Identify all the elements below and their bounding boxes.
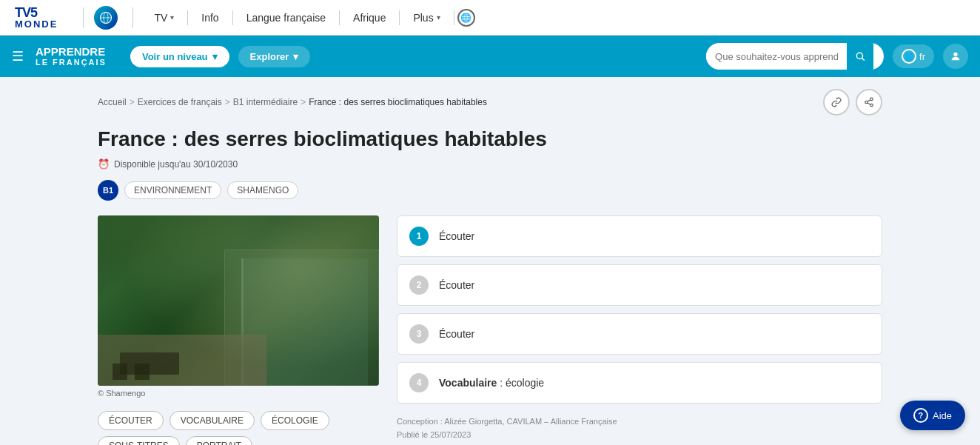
- breadcrumb-b1[interactable]: B1 intermédiaire: [233, 97, 298, 107]
- exercise-item-4[interactable]: 4 Vocabulaire : écologie: [397, 362, 882, 404]
- exercise-label-2: Écouter: [439, 279, 474, 291]
- meta-info: Conception : Alizée Giorgetta, CAVILAM –…: [397, 415, 882, 441]
- search-button[interactable]: [847, 43, 873, 70]
- nav-divider-1: [83, 7, 84, 28]
- chevron-down-icon: ▾: [170, 13, 174, 21]
- tv5monde-logo[interactable]: TV5 MONDE: [15, 6, 58, 29]
- availability-info: ⏰ Disponible jusqu'au 30/10/2030: [98, 158, 882, 170]
- right-column: 1 Écouter 2 Écouter 3 Écouter 4 Voca: [397, 215, 882, 445]
- svg-line-10: [867, 100, 870, 101]
- logo-text: TV5 MONDE: [15, 6, 58, 29]
- chevron-down-icon-3: ▾: [212, 51, 218, 62]
- svg-point-3: [856, 53, 862, 58]
- aide-button[interactable]: ? Aide: [900, 401, 965, 430]
- aide-icon: ?: [913, 408, 928, 423]
- globe-language-icon[interactable]: 🌐: [457, 9, 475, 27]
- article-tags: B1 ENVIRONNEMENT SHAMENGO: [98, 180, 882, 201]
- nav-divider-5: [339, 10, 340, 25]
- nav-divider-2: [132, 7, 133, 28]
- share-button[interactable]: [856, 89, 882, 116]
- apprendre-logo[interactable]: APPRENDRE LE FRANÇAIS: [36, 46, 107, 67]
- breadcrumb-exercices[interactable]: Exercices de français: [138, 97, 222, 107]
- tag-environnement[interactable]: ENVIRONNEMENT: [124, 181, 221, 199]
- exercise-label-1: Écouter: [439, 230, 474, 242]
- image-caption: © Shamengo: [98, 389, 379, 398]
- keyword-sous-titres[interactable]: SOUS-TITRES: [98, 436, 180, 445]
- left-column: © Shamengo ÉCOUTER VOCABULAIRE ÉCOLOGIE …: [98, 215, 379, 445]
- exercise-num-3: 3: [409, 324, 429, 344]
- explorer-button[interactable]: Explorer ▾: [238, 46, 311, 67]
- breadcrumb-separator-2: >: [225, 97, 230, 107]
- image-overlay: [98, 215, 379, 386]
- keyword-tags: ÉCOUTER VOCABULAIRE ÉCOLOGIE SOUS-TITRES…: [98, 411, 379, 445]
- search-input[interactable]: [706, 51, 847, 62]
- copy-link-button[interactable]: [823, 89, 850, 116]
- exercise-num-2: 2: [409, 275, 429, 295]
- blue-navigation: ☰ APPRENDRE LE FRANÇAIS Voir un niveau ▾…: [0, 36, 980, 77]
- breadcrumb-separator-3: >: [301, 97, 306, 107]
- breadcrumb: Accueil > Exercices de français > B1 int…: [98, 97, 487, 107]
- keyword-ecologie[interactable]: ÉCOLOGIE: [261, 411, 329, 430]
- nav-afrique[interactable]: Afrique: [343, 0, 396, 36]
- nav-divider-3: [187, 10, 188, 25]
- keyword-ecouter[interactable]: ÉCOUTER: [98, 411, 164, 430]
- exercise-list: 1 Écouter 2 Écouter 3 Écouter 4 Voca: [397, 215, 882, 404]
- top-nav-links: TV ▾ Info Langue française Afrique Plus …: [144, 0, 965, 36]
- search-bar: [706, 43, 884, 70]
- breadcrumb-current: France : des serres bioclimatiques habit…: [309, 97, 487, 107]
- exercise-num-4: 4: [409, 373, 429, 392]
- chevron-down-icon-2: ▾: [437, 13, 440, 21]
- tag-shamengo[interactable]: SHAMENGO: [227, 181, 298, 199]
- exercise-num-1: 1: [409, 227, 429, 246]
- breadcrumb-row: Accueil > Exercices de français > B1 int…: [98, 89, 882, 116]
- nav-divider-6: [399, 10, 400, 25]
- nav-langue[interactable]: Langue française: [236, 0, 336, 36]
- voir-niveau-button[interactable]: Voir un niveau ▾: [130, 46, 229, 67]
- exercise-label-3: Écouter: [439, 328, 474, 340]
- svg-point-7: [865, 101, 868, 104]
- language-selector[interactable]: 🌐 fr: [893, 44, 934, 68]
- tv5-globe-icon[interactable]: [94, 6, 118, 30]
- svg-line-9: [867, 103, 870, 104]
- keyword-portrait[interactable]: PORTRAIT: [186, 436, 252, 445]
- article-image: [98, 215, 379, 386]
- exercise-item-2[interactable]: 2 Écouter: [397, 264, 882, 306]
- globe-icon: 🌐: [902, 49, 916, 64]
- action-icons: [823, 89, 882, 116]
- nav-divider-4: [232, 10, 233, 25]
- chevron-down-icon-4: ▾: [293, 51, 298, 62]
- clock-icon: ⏰: [98, 158, 110, 170]
- breadcrumb-separator-1: >: [130, 97, 135, 107]
- nav-info[interactable]: Info: [191, 0, 229, 36]
- user-profile-button[interactable]: [943, 44, 968, 69]
- top-navigation: TV5 MONDE TV ▾ Info Langue française Afr…: [0, 0, 980, 36]
- exercise-label-4: Vocabulaire : écologie: [439, 377, 544, 389]
- breadcrumb-accueil[interactable]: Accueil: [98, 97, 127, 107]
- svg-line-4: [862, 58, 865, 61]
- nav-divider-7: [454, 10, 454, 25]
- nav-tv[interactable]: TV ▾: [144, 0, 184, 36]
- svg-point-8: [870, 104, 873, 107]
- nav-plus[interactable]: Plus ▾: [403, 0, 450, 36]
- exercise-item-3[interactable]: 3 Écouter: [397, 313, 882, 355]
- main-grid: © Shamengo ÉCOUTER VOCABULAIRE ÉCOLOGIE …: [98, 215, 882, 445]
- hamburger-icon[interactable]: ☰: [12, 48, 24, 64]
- exercise-item-1[interactable]: 1 Écouter: [397, 215, 882, 257]
- level-badge: B1: [98, 180, 118, 201]
- keyword-vocabulaire[interactable]: VOCABULAIRE: [170, 411, 255, 430]
- svg-point-6: [870, 98, 873, 101]
- main-content: Accueil > Exercices de français > B1 int…: [83, 77, 897, 445]
- article-title: France : des serres bioclimatiques habit…: [98, 127, 882, 151]
- svg-point-5: [953, 53, 957, 56]
